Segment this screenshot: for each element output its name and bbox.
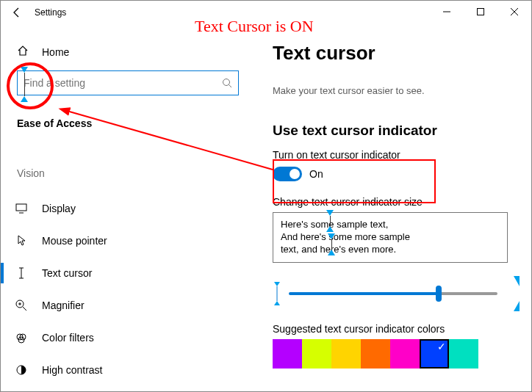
color-swatches — [273, 339, 524, 369]
text-cursor-indicator-toggle[interactable] — [273, 167, 302, 181]
sample-cursor-indicator-2 — [328, 233, 335, 255]
color-swatch-6[interactable] — [449, 339, 478, 369]
text-cursor-icon — [14, 267, 29, 279]
high-contrast-icon — [14, 364, 29, 376]
home-label: Home — [42, 46, 69, 58]
svg-line-5 — [229, 85, 232, 88]
sample-cursor-indicator-1 — [326, 210, 334, 232]
section-heading: Use text cursor indicator — [273, 123, 524, 139]
text-cursor-indicator — [21, 67, 28, 102]
size-label: Change text cursor indicator size — [273, 196, 524, 208]
nav-list: Display Mouse pointer Text cursor Magnif… — [1, 192, 246, 386]
sidebar-item-label: Mouse pointer — [42, 235, 107, 247]
slider-min-icon — [273, 285, 281, 302]
slider-max-icon — [505, 280, 517, 307]
sample-line-3: text, and here's even more. — [281, 244, 396, 255]
color-swatch-0[interactable] — [273, 339, 302, 369]
minimize-icon — [443, 8, 450, 15]
sidebar-item-color-filters[interactable]: Color filters — [1, 322, 246, 354]
mouse-pointer-icon — [14, 235, 29, 247]
sidebar-item-mouse-pointer[interactable]: Mouse pointer — [1, 225, 246, 257]
colors-label: Suggested text cursor indicator colors — [273, 323, 524, 335]
main-panel: Text cursor Make your text cursor easier… — [246, 24, 531, 391]
toggle-state-text: On — [309, 168, 323, 180]
page-subtitle: Make your text cursor easier to see. — [273, 85, 524, 96]
minimize-button[interactable] — [430, 1, 464, 23]
size-slider[interactable] — [289, 292, 497, 295]
sidebar-item-label: Display — [42, 203, 76, 214]
color-swatch-3[interactable] — [361, 339, 390, 369]
sidebar: Home Ease of Access Vision Display — [1, 24, 246, 391]
sidebar-item-display[interactable]: Display — [1, 192, 246, 225]
color-swatch-2[interactable] — [331, 339, 361, 369]
close-button[interactable] — [497, 1, 531, 23]
color-swatch-1[interactable] — [302, 339, 331, 369]
sample-text-box: Here's some sample text, And here's some… — [273, 212, 508, 263]
svg-rect-1 — [478, 9, 484, 15]
search-icon — [216, 78, 238, 88]
search-input[interactable] — [18, 77, 216, 89]
home-link[interactable]: Home — [1, 24, 246, 65]
color-swatch-5[interactable] — [420, 339, 449, 369]
sidebar-item-label: Magnifier — [42, 300, 85, 311]
subsection-label: Vision — [1, 129, 246, 185]
section-header: Ease of Access — [1, 95, 246, 129]
display-icon — [14, 203, 29, 214]
sidebar-item-label: High contrast — [42, 364, 102, 376]
search-box[interactable] — [17, 70, 239, 95]
sample-line-2: And here's some more sample — [281, 231, 410, 242]
slider-thumb[interactable] — [436, 286, 442, 302]
titlebar: Settings — [1, 1, 531, 24]
size-slider-row — [273, 280, 508, 307]
maximize-icon — [477, 8, 484, 15]
close-icon — [511, 8, 518, 15]
svg-point-4 — [223, 79, 230, 86]
sidebar-item-label: Color filters — [42, 332, 94, 344]
maximize-button[interactable] — [464, 1, 497, 23]
settings-window: Settings Home Ease of Access Vision — [0, 0, 532, 392]
window-title: Settings — [35, 7, 66, 18]
color-swatch-4[interactable] — [390, 339, 420, 369]
color-filters-icon — [14, 332, 29, 344]
page-title: Text cursor — [273, 42, 524, 65]
magnifier-icon — [14, 300, 29, 311]
svg-rect-6 — [16, 204, 26, 211]
arrow-left-icon — [11, 7, 23, 18]
sidebar-item-text-cursor[interactable]: Text cursor — [1, 257, 246, 289]
back-button[interactable] — [7, 2, 27, 23]
sidebar-item-label: Text cursor — [42, 267, 92, 279]
home-icon — [17, 45, 30, 59]
sample-line-1: Here's some sample text, — [281, 219, 388, 230]
sidebar-item-high-contrast[interactable]: High contrast — [1, 354, 246, 386]
sidebar-item-magnifier[interactable]: Magnifier — [1, 289, 246, 322]
svg-line-9 — [23, 307, 26, 311]
toggle-label: Turn on text cursor indicator — [273, 149, 524, 161]
